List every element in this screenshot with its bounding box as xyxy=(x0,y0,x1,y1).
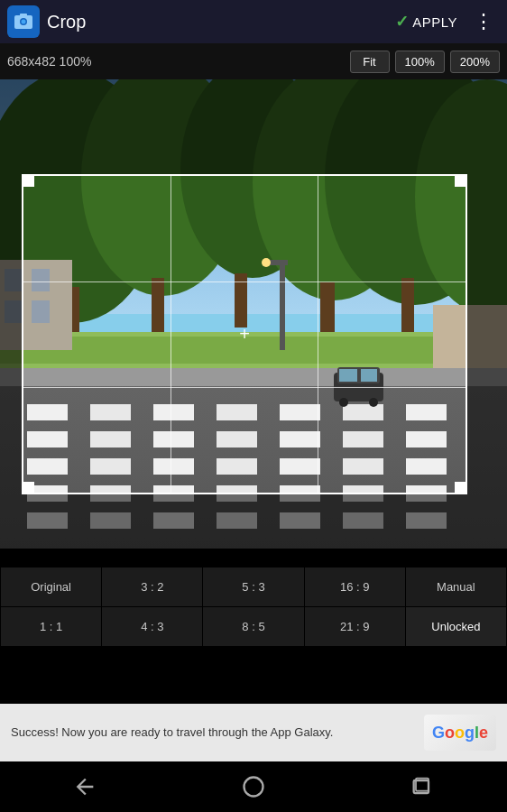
corner-handle-br[interactable] xyxy=(455,482,467,494)
google-g2: g xyxy=(465,724,475,743)
ratio-5-3-button[interactable]: 5 : 3 xyxy=(203,567,303,606)
ratio-unlocked-button[interactable]: Unlocked xyxy=(406,607,506,646)
apply-button[interactable]: ✓ APPLY xyxy=(395,12,457,32)
ratio-8-5-button[interactable]: 8 : 5 xyxy=(203,607,303,646)
app-icon xyxy=(7,5,40,38)
recents-icon xyxy=(410,774,435,799)
200-zoom-button[interactable]: 200% xyxy=(450,51,500,73)
google-g: G xyxy=(432,724,445,743)
grid-v2 xyxy=(318,176,318,493)
overflow-menu-button[interactable]: ⋮ xyxy=(468,6,500,37)
corner-handle-bl[interactable] xyxy=(22,482,34,494)
ratio-4-3-button[interactable]: 4 : 3 xyxy=(102,607,202,646)
ad-banner: Success! Now you are ready to travel thr… xyxy=(0,704,507,761)
recents-button[interactable] xyxy=(408,772,437,801)
svg-point-2 xyxy=(22,20,26,24)
home-button[interactable] xyxy=(239,772,268,801)
info-bar: 668x482 100% Fit 100% 200% xyxy=(0,43,507,79)
grid-h1 xyxy=(23,281,466,282)
top-bar: Crop ✓ APPLY ⋮ xyxy=(0,0,507,43)
google-o2: o xyxy=(455,724,465,743)
grid-v1 xyxy=(171,176,171,493)
android-nav-bar xyxy=(0,761,507,812)
ratio-3-2-button[interactable]: 3 : 2 xyxy=(102,567,202,606)
image-area: + xyxy=(0,79,507,549)
ratio-manual-button[interactable]: Manual xyxy=(406,567,506,606)
ratio-21-9-button[interactable]: 21 : 9 xyxy=(305,607,405,646)
crop-mask-bottom xyxy=(0,494,507,549)
crop-mask-right xyxy=(467,174,507,494)
ratio-16-9-button[interactable]: 16 : 9 xyxy=(305,567,405,606)
ratio-original-button[interactable]: Original xyxy=(1,567,101,606)
svg-rect-3 xyxy=(20,14,27,16)
spacer xyxy=(0,549,507,567)
back-button[interactable] xyxy=(70,772,99,801)
corner-handle-tl[interactable] xyxy=(22,174,34,187)
crop-mask-left xyxy=(0,174,22,494)
center-cross-icon: + xyxy=(237,328,252,342)
ratio-grid: Original 3 : 2 5 : 3 16 : 9 Manual 1 : 1… xyxy=(0,567,507,647)
crop-box[interactable]: + xyxy=(22,174,467,494)
crop-mask-top xyxy=(0,79,507,174)
home-icon xyxy=(241,774,266,799)
apply-label: APPLY xyxy=(412,14,457,30)
svg-point-72 xyxy=(244,778,263,797)
ad-text: Success! Now you are ready to travel thr… xyxy=(11,725,413,741)
fit-zoom-button[interactable]: Fit xyxy=(350,51,390,73)
100-zoom-button[interactable]: 100% xyxy=(395,51,445,73)
google-o1: o xyxy=(445,724,455,743)
google-e: e xyxy=(479,724,488,743)
google-logo: Google xyxy=(424,715,496,751)
back-icon xyxy=(72,774,97,799)
apply-check-icon: ✓ xyxy=(395,12,409,32)
page-title: Crop xyxy=(47,12,395,32)
corner-handle-tr[interactable] xyxy=(455,174,467,187)
camera-icon xyxy=(13,11,34,32)
dimension-label: 668x482 100% xyxy=(7,54,345,69)
grid-h2 xyxy=(23,387,466,388)
ratio-1-1-button[interactable]: 1 : 1 xyxy=(1,607,101,646)
